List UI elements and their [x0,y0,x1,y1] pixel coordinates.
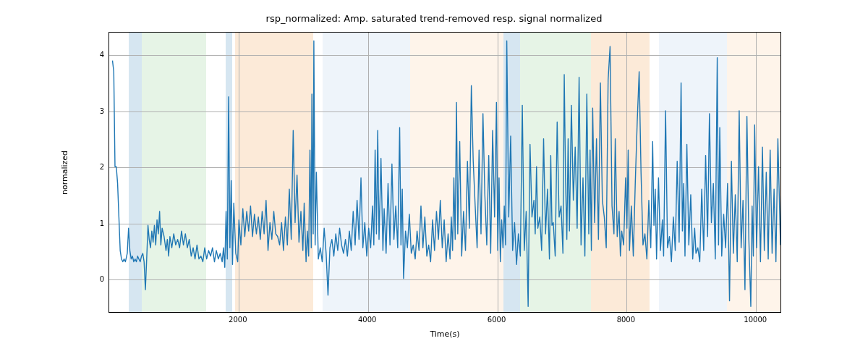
y-tick-label: 4 [75,51,104,59]
x-axis-label: Time(s) [109,329,781,339]
x-tick-label: 4000 [358,316,376,324]
x-tick-label: 2000 [229,316,247,324]
axes-area [109,32,781,313]
y-tick-label: 1 [75,219,104,227]
y-axis-label: normalized [59,32,71,313]
chart-title: rsp_normalized: Amp. saturated trend-rem… [0,13,868,24]
y-tick-label: 2 [75,163,104,171]
y-tick-label: 0 [75,275,104,283]
figure: rsp_normalized: Amp. saturated trend-rem… [0,0,868,362]
y-tick-label: 3 [75,106,104,114]
x-tick-label: 8000 [617,316,635,324]
x-tick-label: 6000 [488,316,506,324]
line-series [109,33,780,312]
x-tick-label: 10000 [744,316,767,324]
